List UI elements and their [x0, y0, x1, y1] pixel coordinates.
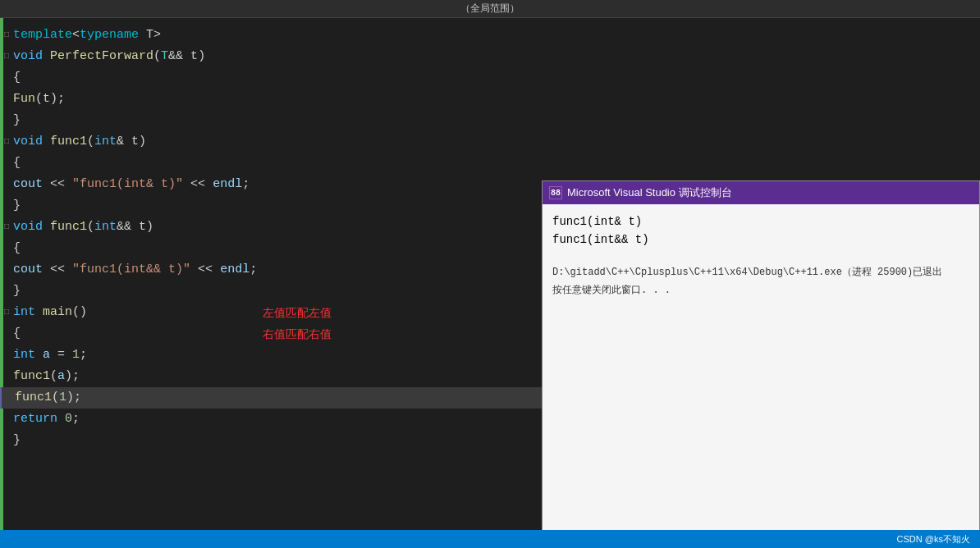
code-text: { — [13, 238, 21, 259]
debug-icon: 88 — [549, 186, 562, 199]
code-line: } — [0, 430, 542, 451]
code-line: □void PerfectForward(T&& t) — [0, 46, 542, 67]
code-text: { — [13, 323, 21, 345]
code-line: cout << "func1(int& t)" << endl; — [0, 174, 542, 195]
code-line: □void func1(int& t) — [0, 131, 542, 153]
fold-indicator[interactable]: □ — [0, 46, 13, 67]
code-text: void PerfectForward(T&& t) — [13, 46, 205, 67]
debug-content: func1(int& t)func1(int&& t) D:\gitadd\C+… — [543, 204, 979, 547]
code-line: return 0; — [0, 409, 542, 430]
fold-indicator[interactable]: □ — [0, 302, 13, 323]
debug-output-line: func1(int&& t) — [552, 231, 969, 249]
main-layout: □template<typename T>□void PerfectForwar… — [0, 18, 980, 548]
debug-output-line: D:\gitadd\C++\Cplusplus\C++11\x64\Debug\… — [552, 263, 969, 281]
fold-indicator[interactable]: □ — [0, 131, 13, 153]
code-text: } — [13, 281, 21, 302]
debug-title-text: Microsoft Visual Studio 调试控制台 — [567, 185, 732, 200]
code-line: □int main()左值匹配左值右值匹配右值 — [0, 302, 542, 323]
debug-title-bar: 88 Microsoft Visual Studio 调试控制台 — [543, 181, 979, 204]
top-bar-title: （全局范围） — [460, 2, 520, 16]
code-line: Fun(t); — [0, 89, 542, 110]
code-line: int a = 1; — [0, 345, 542, 366]
code-text: Fun(t); — [13, 89, 65, 110]
debug-output-line — [552, 249, 969, 263]
code-line: { — [0, 153, 542, 174]
code-text: } — [13, 430, 21, 451]
code-text: void func1(int& t) — [13, 131, 146, 153]
code-text: template<typename T> — [13, 25, 161, 46]
fold-indicator[interactable]: □ — [0, 217, 13, 238]
code-line: { — [0, 238, 542, 259]
code-text: } — [13, 110, 21, 131]
debug-console: 88 Microsoft Visual Studio 调试控制台 func1(i… — [542, 180, 980, 548]
code-container: □template<typename T>□void PerfectForwar… — [0, 18, 542, 458]
fold-indicator[interactable]: □ — [0, 25, 13, 46]
code-text: { — [13, 153, 21, 174]
bottom-bar-text: CSDN @ks不知火 — [897, 533, 970, 546]
code-line: □void func1(int&& t) — [0, 217, 542, 238]
code-line: func1(1); — [0, 387, 542, 409]
code-line: } — [0, 110, 542, 131]
editor-area: □template<typename T>□void PerfectForwar… — [0, 18, 542, 548]
code-text: cout << "func1(int&& t)" << endl; — [13, 259, 257, 281]
code-text: { — [13, 67, 21, 89]
annotation-lvalue: 左值匹配左值 — [263, 302, 332, 323]
bottom-bar: CSDN @ks不知火 — [0, 530, 980, 548]
code-text: func1(a); — [13, 366, 80, 387]
code-line: □template<typename T> — [0, 25, 542, 46]
code-text: func1(1); — [15, 387, 81, 409]
code-line: { — [0, 323, 542, 345]
code-line: cout << "func1(int&& t)" << endl; — [0, 259, 542, 281]
top-bar: （全局范围） — [0, 0, 980, 18]
debug-output-line: func1(int& t) — [552, 212, 969, 231]
code-text: cout << "func1(int& t)" << endl; — [13, 174, 250, 195]
code-line: func1(a); — [0, 366, 542, 387]
code-text: } — [13, 195, 21, 217]
code-text: return 0; — [13, 409, 80, 430]
code-text: int main() — [13, 302, 87, 323]
code-line: { — [0, 67, 542, 89]
code-line: } — [0, 195, 542, 217]
code-text: int a = 1; — [13, 345, 87, 366]
debug-output-line: 按任意键关闭此窗口. . . — [552, 281, 969, 299]
code-text: void func1(int&& t) — [13, 217, 153, 238]
code-line: } — [0, 281, 542, 302]
